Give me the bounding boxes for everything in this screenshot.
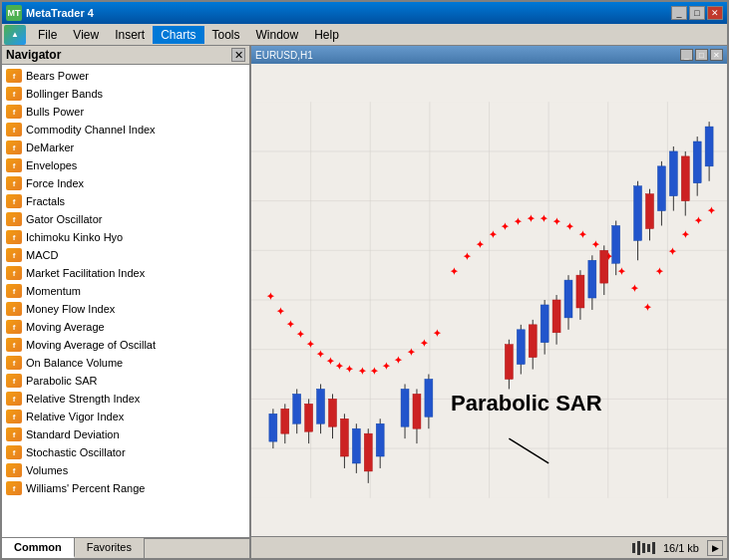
svg-rect-85 — [541, 305, 548, 343]
navigator-header: Navigator ✕ — [2, 46, 249, 65]
list-item[interactable]: fRelative Vigor Index — [2, 408, 249, 425]
content-area: Navigator ✕ fBears PowerfBollinger Bands… — [2, 46, 727, 558]
svg-text:✦: ✦ — [266, 291, 275, 302]
navigator-close-button[interactable]: ✕ — [231, 48, 245, 62]
list-item[interactable]: fOn Balance Volume — [2, 354, 249, 372]
list-item[interactable]: fParabolic SAR — [2, 372, 249, 390]
svg-text:✦: ✦ — [540, 213, 548, 224]
svg-text:✦: ✦ — [433, 328, 442, 339]
indicator-icon: f — [6, 158, 22, 172]
menu-file[interactable]: File — [30, 26, 65, 44]
main-window: MT MetaTrader 4 _ □ ✕ ▲ File View Insert… — [0, 0, 729, 560]
svg-rect-53 — [269, 414, 277, 441]
svg-text:✦: ✦ — [407, 347, 416, 358]
svg-text:✦: ✦ — [316, 349, 325, 360]
nav-item-label: Bulls Power — [26, 106, 84, 118]
indicator-icon: f — [6, 176, 22, 190]
list-item[interactable]: fStochastic Oscillator — [2, 443, 249, 461]
list-item[interactable]: fMACD — [2, 246, 249, 264]
chart-window: EURUSD,H1 _ □ ✕ — [251, 46, 727, 536]
menu-insert[interactable]: Insert — [107, 26, 153, 44]
chart-minimize-button[interactable]: _ — [680, 49, 693, 61]
svg-text:✦: ✦ — [370, 366, 379, 377]
tab-common[interactable]: Common — [2, 538, 75, 558]
list-item[interactable]: fBollinger Bands — [2, 85, 249, 103]
indicator-icon: f — [6, 284, 22, 298]
menu-window[interactable]: Window — [248, 26, 307, 44]
app-logo: ▲ — [4, 25, 26, 45]
svg-text:✦: ✦ — [617, 266, 626, 277]
nav-item-label: Parabolic SAR — [26, 375, 98, 387]
list-item[interactable]: fMomentum — [2, 282, 249, 300]
indicator-icon: f — [6, 194, 22, 208]
list-item[interactable]: fRelative Strength Index — [2, 390, 249, 408]
svg-text:✦: ✦ — [326, 356, 335, 367]
svg-rect-61 — [317, 389, 325, 423]
chart-title: EURUSD,H1 — [255, 50, 680, 61]
svg-rect-111 — [705, 127, 713, 166]
nav-item-label: Ichimoku Kinko Hyo — [26, 231, 123, 243]
svg-text:✦: ✦ — [335, 361, 344, 372]
menu-view[interactable]: View — [65, 26, 107, 44]
maximize-button[interactable]: □ — [689, 6, 705, 20]
scroll-right-button[interactable]: ▶ — [707, 540, 723, 556]
list-item[interactable]: fCommodity Channel Index — [2, 121, 249, 139]
svg-text:✦: ✦ — [382, 361, 391, 372]
chart-inner-controls: _ □ ✕ — [680, 49, 723, 61]
list-item[interactable]: fMoving Average of Oscillat — [2, 336, 249, 354]
indicator-icon: f — [6, 356, 22, 370]
list-item[interactable]: fStandard Deviation — [2, 425, 249, 443]
list-item[interactable]: fEnvelopes — [2, 156, 249, 174]
list-item[interactable]: fBears Power — [2, 67, 249, 85]
window-controls: _ □ ✕ — [671, 6, 723, 20]
list-item[interactable]: fBulls Power — [2, 103, 249, 121]
close-button[interactable]: ✕ — [707, 6, 723, 20]
svg-rect-63 — [329, 399, 337, 426]
menu-help[interactable]: Help — [306, 26, 347, 44]
list-item[interactable]: fIchimoku Kinko Hyo — [2, 228, 249, 246]
status-info: 16/1 kb — [663, 542, 699, 554]
svg-rect-65 — [340, 419, 348, 456]
svg-rect-59 — [305, 404, 313, 431]
tab-favorites[interactable]: Favorites — [75, 538, 145, 558]
svg-text:✦: ✦ — [463, 251, 472, 262]
svg-text:✦: ✦ — [681, 229, 690, 240]
nav-item-label: Gator Oscillator — [26, 213, 102, 225]
navigator-panel: Navigator ✕ fBears PowerfBollinger Bands… — [2, 46, 251, 558]
minimize-button[interactable]: _ — [671, 6, 687, 20]
svg-rect-105 — [669, 151, 677, 196]
list-item[interactable]: fVolumes — [2, 461, 249, 479]
list-item[interactable]: fWilliams' Percent Range — [2, 479, 249, 497]
svg-rect-79 — [505, 345, 513, 380]
titlebar: MT MetaTrader 4 _ □ ✕ — [2, 2, 727, 24]
list-item[interactable]: fMarket Facilitation Index — [2, 264, 249, 282]
menu-tools[interactable]: Tools — [204, 26, 248, 44]
list-item[interactable]: fMoney Flow Index — [2, 300, 249, 318]
nav-item-label: Moving Average of Oscillat — [26, 339, 156, 351]
navigator-list[interactable]: fBears PowerfBollinger BandsfBulls Power… — [2, 65, 249, 537]
indicator-icon: f — [6, 410, 22, 423]
indicator-icon: f — [6, 230, 22, 244]
svg-rect-73 — [401, 389, 409, 426]
nav-item-label: Standard Deviation — [26, 428, 120, 440]
svg-rect-71 — [376, 423, 384, 456]
list-item[interactable]: fMoving Average — [2, 318, 249, 336]
svg-rect-67 — [352, 428, 360, 463]
nav-item-label: Williams' Percent Range — [26, 482, 145, 494]
chart-close-button[interactable]: ✕ — [710, 49, 723, 61]
svg-rect-109 — [693, 141, 701, 183]
svg-text:✦: ✦ — [655, 266, 664, 277]
list-item[interactable]: fForce Index — [2, 174, 249, 192]
list-item[interactable]: fGator Oscillator — [2, 210, 249, 228]
svg-text:✦: ✦ — [476, 239, 485, 250]
menu-charts[interactable]: Charts — [153, 26, 203, 44]
svg-rect-83 — [529, 325, 537, 358]
nav-item-label: Moving Average — [26, 321, 105, 333]
svg-rect-103 — [657, 166, 665, 211]
nav-item-label: Money Flow Index — [26, 303, 115, 315]
nav-item-label: Force Index — [26, 177, 84, 189]
svg-text:✦: ✦ — [565, 221, 574, 232]
list-item[interactable]: fFractals — [2, 192, 249, 210]
chart-maximize-button[interactable]: □ — [695, 49, 708, 61]
list-item[interactable]: fDeMarker — [2, 139, 249, 156]
